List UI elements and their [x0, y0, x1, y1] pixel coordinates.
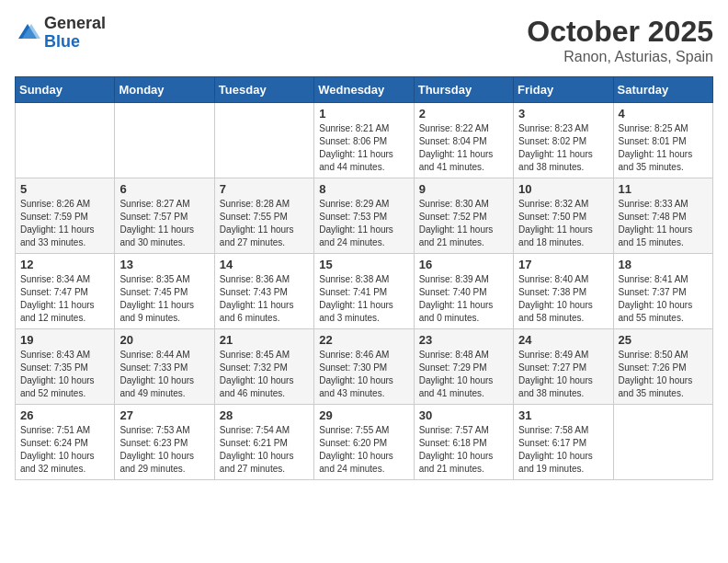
calendar-week-row: 26 Sunrise: 7:51 AM Sunset: 6:24 PM Dayl… [16, 405, 713, 480]
calendar-cell: 27 Sunrise: 7:53 AM Sunset: 6:23 PM Dayl… [115, 405, 214, 480]
sunrise-label: Sunrise: 8:48 AM [419, 350, 489, 360]
day-info: Sunrise: 8:32 AM Sunset: 7:50 PM Dayligh… [518, 198, 608, 249]
sunrise-label: Sunrise: 8:43 AM [20, 350, 90, 360]
sunset-label: Sunset: 7:43 PM [220, 287, 288, 297]
sunrise-label: Sunrise: 7:51 AM [20, 425, 90, 435]
day-info: Sunrise: 8:29 AM Sunset: 7:53 PM Dayligh… [319, 198, 408, 249]
daylight-label: Daylight: 11 hours and 41 minutes. [419, 149, 494, 172]
calendar-cell: 18 Sunrise: 8:41 AM Sunset: 7:37 PM Dayl… [613, 254, 712, 329]
calendar-cell: 22 Sunrise: 8:46 AM Sunset: 7:30 PM Dayl… [314, 329, 414, 405]
sunset-label: Sunset: 7:41 PM [319, 287, 387, 297]
sunset-label: Sunset: 7:48 PM [619, 212, 687, 222]
day-number: 31 [518, 408, 608, 422]
daylight-label: Daylight: 10 hours and 49 minutes. [119, 375, 194, 398]
sunrise-label: Sunrise: 8:45 AM [220, 350, 290, 360]
location-title: Ranon, Asturias, Spain [527, 49, 713, 65]
daylight-label: Daylight: 10 hours and 58 minutes. [518, 300, 593, 323]
daylight-label: Daylight: 10 hours and 29 minutes. [119, 451, 194, 474]
daylight-label: Daylight: 11 hours and 27 minutes. [220, 224, 294, 247]
day-number: 26 [20, 408, 109, 422]
daylight-label: Daylight: 10 hours and 38 minutes. [518, 375, 593, 398]
calendar-cell: 11 Sunrise: 8:33 AM Sunset: 7:48 PM Dayl… [613, 178, 712, 254]
calendar-cell: 31 Sunrise: 7:58 AM Sunset: 6:17 PM Dayl… [514, 405, 613, 480]
calendar-cell: 25 Sunrise: 8:50 AM Sunset: 7:26 PM Dayl… [613, 329, 712, 405]
daylight-label: Daylight: 10 hours and 19 minutes. [518, 451, 593, 474]
daylight-label: Daylight: 10 hours and 24 minutes. [319, 451, 393, 474]
weekday-header: Wednesday [314, 77, 414, 103]
sunset-label: Sunset: 6:20 PM [319, 438, 387, 448]
day-info: Sunrise: 8:25 AM Sunset: 8:01 PM Dayligh… [619, 122, 708, 174]
sunset-label: Sunset: 6:18 PM [419, 438, 487, 448]
day-info: Sunrise: 8:27 AM Sunset: 7:57 PM Dayligh… [119, 198, 209, 249]
sunrise-label: Sunrise: 8:36 AM [220, 274, 290, 284]
calendar-cell: 5 Sunrise: 8:26 AM Sunset: 7:59 PM Dayli… [16, 178, 115, 254]
day-info: Sunrise: 8:33 AM Sunset: 7:48 PM Dayligh… [619, 198, 708, 249]
daylight-label: Daylight: 11 hours and 21 minutes. [419, 224, 494, 247]
sunset-label: Sunset: 7:35 PM [20, 362, 88, 373]
day-info: Sunrise: 8:26 AM Sunset: 7:59 PM Dayligh… [20, 198, 109, 249]
day-number: 16 [419, 258, 508, 271]
calendar-cell: 7 Sunrise: 8:28 AM Sunset: 7:55 PM Dayli… [214, 178, 313, 254]
sunrise-label: Sunrise: 8:23 AM [518, 123, 588, 133]
title-block: October 2025 Ranon, Asturias, Spain [527, 15, 713, 65]
day-number: 7 [220, 182, 309, 196]
day-info: Sunrise: 8:35 AM Sunset: 7:45 PM Dayligh… [119, 273, 209, 325]
day-info: Sunrise: 8:21 AM Sunset: 8:06 PM Dayligh… [319, 122, 408, 174]
daylight-label: Daylight: 10 hours and 21 minutes. [419, 451, 494, 474]
sunrise-label: Sunrise: 8:28 AM [220, 199, 290, 209]
daylight-label: Daylight: 11 hours and 30 minutes. [119, 224, 194, 247]
day-number: 19 [20, 333, 109, 347]
daylight-label: Daylight: 10 hours and 35 minutes. [619, 375, 693, 398]
sunrise-label: Sunrise: 8:21 AM [319, 123, 389, 133]
calendar-table: SundayMondayTuesdayWednesdayThursdayFrid… [15, 76, 713, 480]
sunset-label: Sunset: 6:24 PM [20, 438, 88, 448]
calendar-cell: 3 Sunrise: 8:23 AM Sunset: 8:02 PM Dayli… [514, 103, 613, 178]
day-info: Sunrise: 7:54 AM Sunset: 6:21 PM Dayligh… [220, 424, 309, 476]
daylight-label: Daylight: 10 hours and 46 minutes. [220, 375, 294, 398]
sunrise-label: Sunrise: 8:25 AM [619, 123, 688, 133]
sunrise-label: Sunrise: 8:38 AM [319, 274, 389, 284]
weekday-header: Sunday [16, 77, 115, 103]
day-info: Sunrise: 8:50 AM Sunset: 7:26 PM Dayligh… [619, 349, 708, 400]
calendar-cell: 6 Sunrise: 8:27 AM Sunset: 7:57 PM Dayli… [115, 178, 214, 254]
sunrise-label: Sunrise: 7:57 AM [419, 425, 489, 435]
sunrise-label: Sunrise: 8:40 AM [518, 274, 588, 284]
calendar-cell: 15 Sunrise: 8:38 AM Sunset: 7:41 PM Dayl… [314, 254, 414, 329]
sunset-label: Sunset: 7:30 PM [319, 362, 387, 373]
calendar-cell: 13 Sunrise: 8:35 AM Sunset: 7:45 PM Dayl… [115, 254, 214, 329]
sunset-label: Sunset: 7:55 PM [220, 212, 288, 222]
day-info: Sunrise: 8:44 AM Sunset: 7:33 PM Dayligh… [119, 349, 209, 400]
day-info: Sunrise: 7:53 AM Sunset: 6:23 PM Dayligh… [119, 424, 209, 476]
daylight-label: Daylight: 11 hours and 18 minutes. [518, 224, 593, 247]
day-number: 17 [518, 258, 608, 271]
calendar-cell: 24 Sunrise: 8:49 AM Sunset: 7:27 PM Dayl… [514, 329, 613, 405]
day-number: 23 [419, 333, 508, 347]
daylight-label: Daylight: 11 hours and 33 minutes. [20, 224, 95, 247]
day-info: Sunrise: 8:36 AM Sunset: 7:43 PM Dayligh… [220, 273, 309, 325]
day-info: Sunrise: 8:28 AM Sunset: 7:55 PM Dayligh… [220, 198, 309, 249]
sunrise-label: Sunrise: 8:30 AM [419, 199, 489, 209]
sunrise-label: Sunrise: 8:27 AM [119, 199, 189, 209]
weekday-header: Tuesday [214, 77, 313, 103]
sunset-label: Sunset: 7:33 PM [119, 362, 188, 373]
weekday-header: Saturday [613, 77, 712, 103]
sunrise-label: Sunrise: 7:54 AM [220, 425, 290, 435]
sunrise-label: Sunrise: 8:41 AM [619, 274, 688, 284]
day-number: 4 [619, 107, 708, 121]
calendar-cell: 30 Sunrise: 7:57 AM Sunset: 6:18 PM Dayl… [414, 405, 513, 480]
sunset-label: Sunset: 8:02 PM [518, 136, 586, 146]
daylight-label: Daylight: 10 hours and 52 minutes. [20, 375, 95, 398]
daylight-label: Daylight: 11 hours and 15 minutes. [619, 224, 693, 247]
sunrise-label: Sunrise: 8:33 AM [619, 199, 688, 209]
calendar-week-row: 1 Sunrise: 8:21 AM Sunset: 8:06 PM Dayli… [16, 103, 713, 178]
day-number: 18 [619, 258, 708, 271]
daylight-label: Daylight: 11 hours and 3 minutes. [319, 300, 393, 323]
daylight-label: Daylight: 11 hours and 0 minutes. [419, 300, 494, 323]
day-info: Sunrise: 8:48 AM Sunset: 7:29 PM Dayligh… [419, 349, 508, 400]
sunset-label: Sunset: 8:06 PM [319, 136, 387, 146]
sunrise-label: Sunrise: 7:53 AM [119, 425, 189, 435]
sunset-label: Sunset: 7:38 PM [518, 287, 586, 297]
day-info: Sunrise: 8:41 AM Sunset: 7:37 PM Dayligh… [619, 273, 708, 325]
day-number: 12 [20, 258, 109, 271]
sunset-label: Sunset: 7:40 PM [419, 287, 487, 297]
